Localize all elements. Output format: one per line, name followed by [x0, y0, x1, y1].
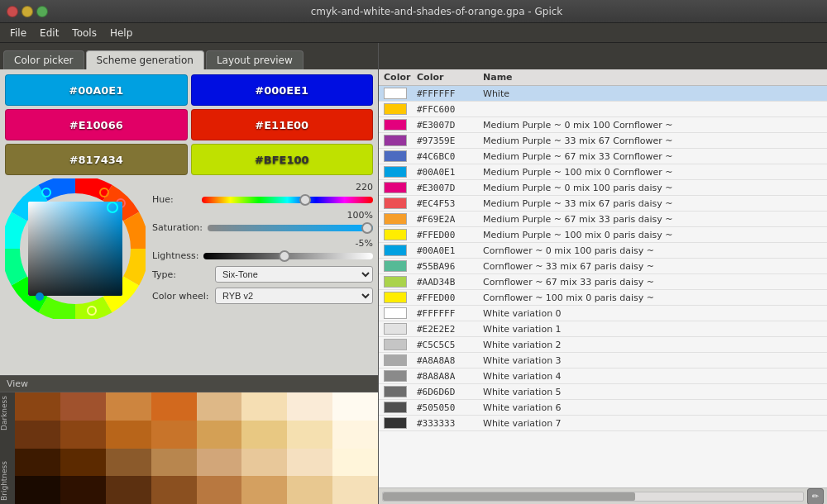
table-row[interactable]: #4C6BC0Medium Purple ~ 67 mix 33 Cornflo… [379, 149, 827, 164]
table-row[interactable]: #55BA96Cornflower ~ 33 mix 67 paris dais… [379, 259, 827, 274]
color-hex: #FFFFFF [417, 308, 483, 319]
swatch-5[interactable]: #BFE100 [191, 144, 374, 175]
table-row[interactable]: #8A8A8AWhite variation 4 [379, 368, 827, 384]
color-swatch-cell [384, 88, 407, 99]
table-row[interactable]: #C5C5C5White variation 2 [379, 337, 827, 353]
horizontal-scrollbar[interactable] [382, 492, 804, 502]
colorwheel-select[interactable]: RYB v2 RYB v1 RGB [215, 288, 373, 304]
menu-tools[interactable]: Tools [65, 26, 103, 40]
color-wheel[interactable] [5, 178, 146, 319]
color-name: White variation 1 [483, 324, 822, 335]
close-button[interactable] [7, 6, 18, 17]
menu-help[interactable]: Help [103, 26, 139, 40]
swatch-1[interactable]: #000EE1 [191, 74, 374, 106]
type-select[interactable]: Six-Tone Five-Tone Four-Tone Three-Tone … [215, 266, 373, 283]
table-row[interactable]: #F69E2AMedium Purple ~ 67 mix 33 paris d… [379, 212, 827, 227]
color-list-scroll[interactable]: #FFFFFFWhite#FFC600#E3007DMedium Purple … [379, 86, 827, 487]
svg-point-9 [36, 292, 44, 301]
view-grid-cell [197, 476, 242, 504]
color-name: Cornflower ~ 33 mix 67 paris daisy ~ [483, 261, 822, 272]
color-hex: #00A0E1 [417, 245, 483, 256]
view-header: View [0, 376, 378, 392]
hue-slider[interactable] [202, 197, 373, 203]
swatch-3[interactable]: #E11E00 [191, 109, 374, 140]
view-grid-cell [197, 421, 242, 449]
table-row[interactable]: #00A0E1Cornflower ~ 0 mix 100 paris dais… [379, 243, 827, 259]
table-row[interactable]: #FFC600 [379, 102, 827, 117]
table-row[interactable]: #EC4F53Medium Purple ~ 33 mix 67 paris d… [379, 196, 827, 212]
table-row[interactable]: #00A0E1Medium Purple ~ 100 mix 0 Cornflo… [379, 164, 827, 180]
saturation-value-display: 100% [152, 210, 373, 221]
color-name: White variation 4 [483, 371, 822, 382]
color-swatch-cell [384, 402, 407, 413]
color-swatch-cell [384, 276, 407, 288]
color-name: Medium Purple ~ 33 mix 67 paris daisy ~ [483, 198, 822, 209]
lightness-value-display: -5% [152, 238, 373, 249]
table-row[interactable]: #97359EMedium Purple ~ 33 mix 67 Cornflo… [379, 133, 827, 149]
color-hex: #AAD34B [417, 277, 483, 288]
svg-rect-7 [28, 202, 122, 296]
saturation-slider[interactable] [208, 225, 373, 231]
window-title: cmyk-and-white-and-shades-of-orange.gpa … [53, 6, 820, 17]
table-row[interactable]: #E2E2E2White variation 1 [379, 321, 827, 337]
lightness-slider[interactable] [203, 253, 373, 259]
table-row[interactable]: #505050White variation 6 [379, 400, 827, 416]
view-content: Darkness Brightness [0, 392, 378, 504]
color-hex: #8A8A8A [417, 371, 483, 382]
table-row[interactable]: #FFED00Cornflower ~ 100 mix 0 paris dais… [379, 290, 827, 306]
swatches-grid: #00A0E1 #000EE1 #E10066 #E11E00 #817434 … [5, 74, 373, 175]
color-swatch-cell [384, 119, 407, 131]
table-row[interactable]: #AAD34BCornflower ~ 67 mix 33 paris dais… [379, 274, 827, 290]
scrollbar-thumb [383, 492, 635, 501]
color-name: Medium Purple ~ 100 mix 0 paris daisy ~ [483, 230, 822, 240]
table-row[interactable]: #FFFFFFWhite variation 0 [379, 306, 827, 321]
color-hex: #00A0E1 [417, 167, 483, 178]
swatch-0[interactable]: #00A0E1 [5, 74, 188, 106]
swatch-4[interactable]: #817434 [5, 144, 188, 175]
color-name: Medium Purple ~ 0 mix 100 Cornflower ~ [483, 120, 822, 131]
tab-layout-preview[interactable]: Layout preview [206, 50, 304, 69]
wheel-controls-row: 220 Hue: 100% Saturation: [5, 178, 373, 370]
maximize-button[interactable] [36, 6, 48, 17]
table-row[interactable]: #E3007DMedium Purple ~ 0 mix 100 paris d… [379, 180, 827, 196]
view-grid-cell [287, 476, 332, 504]
type-row: Type: Six-Tone Five-Tone Four-Tone Three… [152, 266, 373, 283]
swatch-2[interactable]: #E10066 [5, 109, 188, 140]
color-hex: #FFED00 [417, 292, 483, 303]
color-hex: #6D6D6D [417, 387, 483, 397]
view-grid-cell [106, 392, 151, 421]
view-color-grid [15, 392, 378, 504]
menu-edit[interactable]: Edit [33, 26, 65, 40]
table-row[interactable]: #FFFFFFWhite [379, 86, 827, 102]
tab-scheme-generation[interactable]: Scheme generation [86, 50, 204, 69]
minimize-button[interactable] [22, 6, 33, 17]
color-hex: #C5C5C5 [417, 340, 483, 350]
titlebar-buttons [7, 6, 48, 17]
color-hex: #333333 [417, 418, 483, 429]
color-wheel-svg [5, 178, 146, 319]
color-name: Medium Purple ~ 100 mix 0 Cornflower ~ [483, 167, 822, 178]
view-grid-cell [332, 476, 378, 504]
table-row[interactable]: #333333White variation 7 [379, 416, 827, 431]
tab-color-picker[interactable]: Color picker [3, 50, 84, 69]
table-row[interactable]: #A8A8A8White variation 3 [379, 353, 827, 368]
view-grid-cell [15, 476, 60, 504]
menu-file[interactable]: File [3, 26, 33, 40]
edit-icon[interactable]: ✏ [807, 488, 824, 505]
table-row[interactable]: #6D6D6DWhite variation 5 [379, 384, 827, 400]
brightness-label: Brightness [0, 461, 15, 501]
view-grid-cell [241, 421, 287, 449]
saturation-row: Saturation: [152, 222, 373, 233]
color-name: Medium Purple ~ 0 mix 100 paris daisy ~ [483, 183, 822, 193]
view-grid-cell [60, 476, 106, 504]
right-panel: Color Color Name #FFFFFFWhite#FFC600#E30… [379, 43, 827, 504]
table-row[interactable]: #FFED00Medium Purple ~ 100 mix 0 paris d… [379, 227, 827, 243]
color-hex: #F69E2A [417, 214, 483, 225]
color-name: Cornflower ~ 67 mix 33 paris daisy ~ [483, 277, 822, 288]
view-grid-cell [151, 476, 197, 504]
view-grid-cell [106, 476, 151, 504]
color-swatch-cell [384, 323, 407, 335]
table-row[interactable]: #E3007DMedium Purple ~ 0 mix 100 Cornflo… [379, 117, 827, 133]
color-swatch-cell [384, 386, 407, 397]
color-hex: #A8A8A8 [417, 355, 483, 366]
